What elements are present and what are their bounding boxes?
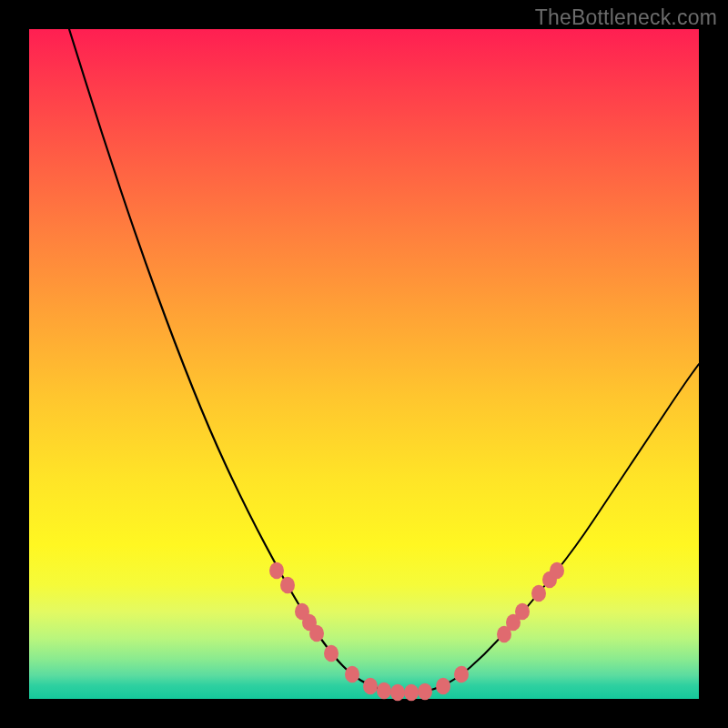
bottleneck-curve-right — [393, 364, 699, 693]
highlight-dot — [436, 678, 450, 694]
bottleneck-curve-left — [69, 29, 393, 693]
highlight-dot — [269, 562, 284, 579]
curve-layer — [29, 29, 699, 699]
highlight-dot — [280, 577, 295, 593]
highlight-dot — [550, 562, 564, 579]
highlight-dot — [390, 684, 405, 701]
highlight-dots — [269, 562, 564, 701]
highlight-dot — [531, 585, 546, 602]
highlight-dot — [309, 625, 324, 642]
highlight-dot — [324, 645, 339, 662]
highlight-dot — [404, 684, 419, 701]
watermark-text: TheBottleneck.com — [535, 5, 717, 30]
highlight-dot — [377, 682, 391, 699]
highlight-dot — [418, 683, 432, 700]
highlight-dot — [515, 603, 530, 620]
chart-stage: TheBottleneck.com — [0, 0, 728, 728]
highlight-dot — [363, 678, 378, 694]
highlight-dot — [345, 666, 359, 682]
highlight-dot — [454, 666, 469, 682]
